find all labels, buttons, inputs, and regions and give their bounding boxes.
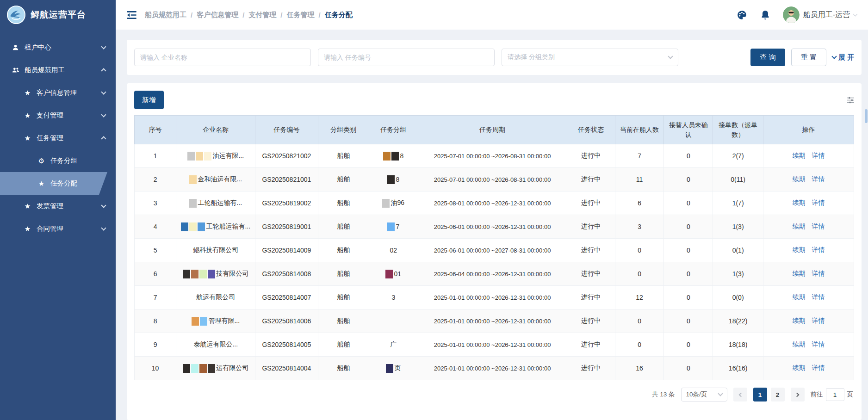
cell-actions: 续期详情 bbox=[763, 309, 854, 333]
cell-period: 2025-07-01 00:00:00 ~2026-08-31 00:00:00 bbox=[418, 168, 567, 191]
next-page-button[interactable] bbox=[791, 388, 805, 401]
group-type-select[interactable]: 请选择 分组类别 bbox=[502, 49, 678, 66]
scrollbar-thumb[interactable] bbox=[865, 109, 868, 123]
task-number-input[interactable] bbox=[318, 49, 495, 66]
chevron-down-icon bbox=[101, 112, 106, 117]
cell-unconfirmed-count: 0 bbox=[664, 168, 713, 191]
logo-row: 鲟航运营平台 bbox=[0, 0, 116, 30]
cell-task-group-text: 02 bbox=[390, 247, 397, 254]
renew-link[interactable]: 续期 bbox=[793, 152, 806, 159]
column-header: 序号 bbox=[135, 116, 176, 144]
collapse-sidebar-icon[interactable] bbox=[127, 11, 136, 19]
cell-task-group-content: 广 bbox=[372, 340, 415, 349]
renew-link[interactable]: 续期 bbox=[793, 364, 806, 371]
cell-orders-count: 18(18) bbox=[713, 333, 763, 357]
detail-link[interactable]: 详情 bbox=[812, 317, 825, 324]
renew-link[interactable]: 续期 bbox=[793, 175, 806, 183]
detail-link[interactable]: 详情 bbox=[812, 199, 825, 206]
cell-company-text: 泰航运有限公... bbox=[193, 340, 238, 349]
renew-link[interactable]: 续期 bbox=[793, 246, 806, 253]
detail-link[interactable]: 详情 bbox=[812, 152, 825, 159]
sidebar-item[interactable]: ★任务分配 bbox=[0, 172, 99, 195]
cell-task-number: GS20250814006 bbox=[255, 309, 318, 333]
sidebar-item[interactable]: ★任务管理 bbox=[0, 127, 116, 149]
column-header: 任务编号 bbox=[255, 116, 318, 144]
detail-link[interactable]: 详情 bbox=[812, 293, 825, 301]
cell-task-number: GS20250814009 bbox=[255, 239, 318, 262]
column-settings-icon[interactable] bbox=[847, 97, 854, 104]
redaction-block bbox=[189, 199, 197, 208]
page-button[interactable]: 2 bbox=[771, 388, 785, 401]
company-name-input[interactable] bbox=[134, 49, 311, 66]
goto-page-input[interactable] bbox=[826, 388, 844, 401]
cell-actions: 续期详情 bbox=[763, 144, 854, 168]
cell-actions: 续期详情 bbox=[763, 286, 854, 309]
renew-link[interactable]: 续期 bbox=[793, 199, 806, 206]
breadcrumb-item[interactable]: 客户信息管理 bbox=[197, 11, 238, 19]
page-size-value: 10条/页 bbox=[686, 390, 707, 399]
cell-task-group-content: 01 bbox=[372, 270, 415, 278]
sidebar-item[interactable]: 租户中心 bbox=[0, 36, 116, 59]
add-button[interactable]: 新增 bbox=[134, 91, 164, 109]
cell-onboard-count: 16 bbox=[615, 357, 664, 380]
redaction-block bbox=[385, 270, 393, 278]
cell-orders-count: 1(3) bbox=[713, 262, 763, 286]
renew-link[interactable]: 续期 bbox=[793, 293, 806, 301]
expand-filters-link[interactable]: 展 开 bbox=[832, 53, 854, 62]
renew-link[interactable]: 续期 bbox=[793, 270, 806, 277]
detail-link[interactable]: 详情 bbox=[812, 222, 825, 230]
detail-link[interactable]: 详情 bbox=[812, 175, 825, 183]
prev-page-button[interactable] bbox=[733, 388, 747, 401]
user-menu[interactable]: 船员用工-运营 bbox=[783, 6, 857, 23]
redaction-block bbox=[204, 152, 211, 161]
renew-link[interactable]: 续期 bbox=[793, 340, 806, 348]
sidebar-item-label: 船员规范用工 bbox=[25, 66, 65, 74]
sidebar-item[interactable]: ★客户信息管理 bbox=[0, 81, 116, 104]
breadcrumb-item[interactable]: 支付管理 bbox=[248, 11, 276, 19]
redaction-block bbox=[200, 317, 207, 326]
chevron-left-icon bbox=[738, 392, 743, 397]
cell-period: 2025-07-01 00:00:00 ~2026-08-31 00:00:00 bbox=[418, 144, 567, 168]
redaction-block bbox=[183, 270, 190, 278]
cell-task-group-content: 3 bbox=[372, 294, 415, 301]
cell-company: 泰航运有限公... bbox=[176, 333, 255, 357]
cell-group-type: 船舶 bbox=[318, 309, 369, 333]
cell-company-text: 运有限公司 bbox=[216, 364, 248, 372]
cell-orders-count: 16(16) bbox=[713, 357, 763, 380]
cell-company-text: 航运有限公司 bbox=[196, 293, 235, 302]
cell-company-content: 技有限公司 bbox=[179, 270, 252, 278]
detail-link[interactable]: 详情 bbox=[812, 340, 825, 348]
total-count: 共 13 条 bbox=[652, 390, 675, 399]
notifications-bell-icon[interactable] bbox=[760, 9, 771, 20]
search-button[interactable]: 查 询 bbox=[750, 49, 785, 66]
detail-link[interactable]: 详情 bbox=[812, 246, 825, 253]
table-row: 2金和油运有限...GS20250821001船舶82025-07-01 00:… bbox=[135, 168, 854, 191]
cell-unconfirmed-count: 0 bbox=[664, 333, 713, 357]
star-icon: ★ bbox=[23, 202, 32, 210]
sidebar-item[interactable]: ★发票管理 bbox=[0, 195, 116, 217]
user-name: 船员用工-运营 bbox=[803, 10, 850, 20]
breadcrumb-item[interactable]: 船员规范用工 bbox=[145, 11, 186, 19]
cell-task-number: GS20250814007 bbox=[255, 286, 318, 309]
reset-button[interactable]: 重 置 bbox=[791, 49, 826, 66]
theme-palette-icon[interactable] bbox=[736, 9, 748, 21]
renew-link[interactable]: 续期 bbox=[793, 317, 806, 324]
sidebar-item[interactable]: 船员规范用工 bbox=[0, 59, 116, 81]
breadcrumb-item[interactable]: 任务管理 bbox=[287, 11, 315, 19]
sidebar-item[interactable]: ★支付管理 bbox=[0, 104, 116, 127]
cell-onboard-count: 0 bbox=[615, 239, 664, 262]
goto-unit: 页 bbox=[847, 390, 854, 399]
detail-link[interactable]: 详情 bbox=[812, 364, 825, 371]
cell-seq: 6 bbox=[135, 262, 176, 286]
cell-group-type: 船舶 bbox=[318, 357, 369, 380]
detail-link[interactable]: 详情 bbox=[812, 270, 825, 277]
page-size-select[interactable]: 10条/页 bbox=[681, 388, 727, 401]
pagination: 共 13 条 10条/页 12 前往 页 bbox=[135, 388, 853, 401]
breadcrumb-item[interactable]: 任务分配 bbox=[325, 11, 353, 19]
app-logo-icon bbox=[6, 5, 26, 25]
sidebar-item[interactable]: ★合同管理 bbox=[0, 217, 116, 240]
main-area: 船员规范用工/客户信息管理/支付管理/任务管理/任务分配 bbox=[116, 0, 868, 420]
page-button[interactable]: 1 bbox=[753, 388, 767, 401]
renew-link[interactable]: 续期 bbox=[793, 222, 806, 230]
sidebar-item[interactable]: ⚙任务分组 bbox=[0, 149, 116, 172]
